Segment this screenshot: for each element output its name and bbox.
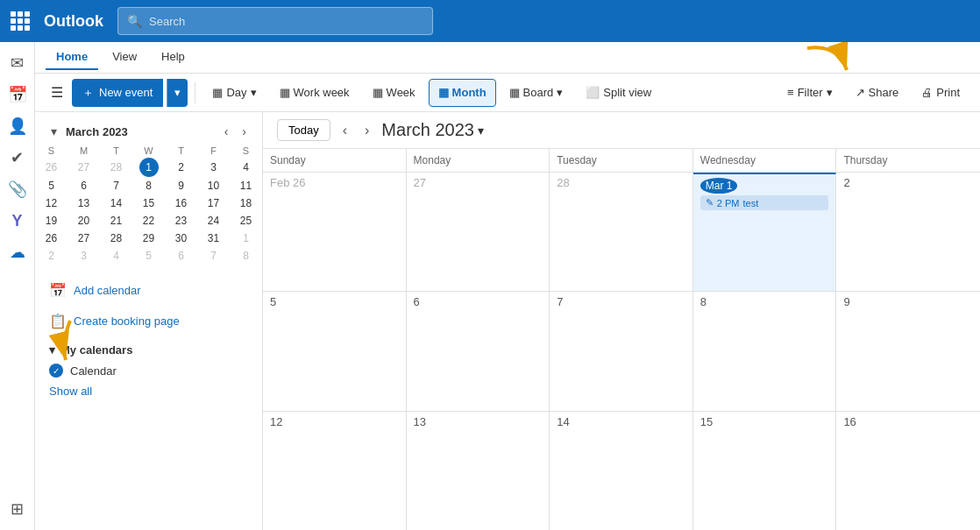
next-month-button[interactable]: › (359, 121, 374, 140)
yammer-icon[interactable]: Y (4, 207, 32, 235)
onedrive-icon[interactable]: ☁ (4, 238, 32, 266)
day-cell-9[interactable]: 9 (836, 292, 980, 410)
day-cell-14[interactable]: 14 (550, 412, 693, 530)
tab-home[interactable]: Home (46, 45, 98, 70)
tasks-icon[interactable]: ✔ (4, 144, 32, 172)
mini-cal-day[interactable]: 4 (230, 158, 262, 177)
filter-button[interactable]: ≡ Filter ▾ (778, 79, 842, 107)
day-cell-16[interactable]: 16 (836, 412, 980, 530)
people-icon[interactable]: 👤 (4, 112, 32, 140)
day-cell-12[interactable]: 12 (263, 412, 407, 530)
day-cell-mar2[interactable]: 2 (836, 173, 980, 291)
mini-cal-day[interactable]: 5 (132, 247, 165, 265)
mini-cal-day[interactable]: 8 (132, 177, 165, 194)
calendar-item[interactable]: ✓ Calendar (35, 360, 262, 381)
day-num: 7 (557, 295, 685, 308)
view-splitview-button[interactable]: ⬜ Split view (576, 79, 661, 107)
toolbar-right: ≡ Filter ▾ (778, 79, 969, 107)
mini-cal-day[interactable]: 24 (197, 212, 230, 230)
tab-help[interactable]: Help (151, 45, 195, 70)
day-cell-8[interactable]: 8 (693, 292, 837, 410)
day-cell-13[interactable]: 13 (407, 412, 550, 530)
mini-cal-day[interactable]: 31 (197, 230, 230, 247)
mini-cal-day[interactable]: 27 (67, 230, 100, 247)
mini-cal-day[interactable]: 7 (100, 177, 132, 194)
mini-cal-day[interactable]: 30 (165, 230, 197, 247)
search-bar[interactable]: 🔍 (117, 7, 433, 35)
mini-cal-day[interactable]: 11 (230, 177, 262, 194)
mini-cal-day[interactable]: 6 (165, 247, 197, 265)
create-booking-action[interactable]: 📋 Create booking page (35, 306, 262, 336)
calendar-icon[interactable]: 📅 (4, 81, 32, 109)
mini-cal-day[interactable]: 28 (100, 230, 132, 247)
mini-cal-day-today[interactable]: 1 (132, 158, 165, 177)
mini-cal-day[interactable]: 26 (35, 230, 67, 247)
day-cell-6[interactable]: 6 (407, 292, 550, 410)
print-button[interactable]: 🖨 Print (912, 79, 969, 107)
view-day-button[interactable]: ▦ Day ▾ (202, 79, 266, 107)
mini-cal-day[interactable]: 21 (100, 212, 132, 230)
mini-cal-day[interactable]: 16 (165, 194, 197, 212)
mini-cal-day[interactable]: 4 (100, 247, 132, 265)
apps-icon[interactable]: ⊞ (4, 495, 32, 523)
mini-cal-day[interactable]: 2 (35, 247, 67, 265)
mini-cal-day[interactable]: 5 (35, 177, 67, 194)
mini-cal-day[interactable]: 22 (132, 212, 165, 230)
mini-cal-day[interactable]: 1 (230, 230, 262, 247)
day-cell-feb28[interactable]: 28 (550, 173, 693, 291)
mini-cal-day[interactable]: 20 (67, 212, 100, 230)
day-num: 5 (270, 295, 399, 308)
mini-cal-day[interactable]: 13 (67, 194, 100, 212)
view-board-button[interactable]: ▦ Board ▾ (500, 79, 573, 107)
mini-cal-day[interactable]: 10 (197, 177, 230, 194)
view-month-button[interactable]: ▦ Month (429, 79, 496, 107)
mini-cal-day[interactable]: 19 (35, 212, 67, 230)
day-cell-15[interactable]: 15 (693, 412, 837, 530)
mini-cal-day[interactable]: 15 (132, 194, 165, 212)
mini-cal-collapse-button[interactable]: ▾ (46, 123, 62, 140)
collapse-icon[interactable]: ▾ (49, 343, 55, 357)
show-all-link[interactable]: Show all (35, 381, 262, 401)
day-cell-feb27[interactable]: 27 (407, 173, 550, 291)
view-week-button[interactable]: ▦ Week (363, 79, 425, 107)
mini-cal-day[interactable]: 17 (197, 194, 230, 212)
prev-month-button[interactable]: ‹ (337, 121, 352, 140)
mini-cal-day[interactable]: 12 (35, 194, 67, 212)
mini-cal-day[interactable]: 2 (165, 158, 197, 177)
view-workweek-button[interactable]: ▦ Work week (270, 79, 359, 107)
search-input[interactable] (149, 15, 423, 28)
today-button[interactable]: Today (277, 119, 330, 141)
mini-cal-day[interactable]: 7 (197, 247, 230, 265)
day-cell-mar1[interactable]: Mar 1 ✎ 2 PM test (693, 173, 837, 291)
new-event-button[interactable]: ＋ New event (72, 79, 163, 107)
day-cell-feb26[interactable]: Feb 26 (263, 173, 407, 291)
hamburger-button[interactable]: ☰ (46, 79, 68, 106)
mini-cal-prev-button[interactable]: ‹ (219, 123, 234, 140)
attach-icon[interactable]: 📎 (4, 175, 32, 203)
mini-cal-day[interactable]: 28 (100, 158, 132, 177)
waffle-icon[interactable] (11, 11, 30, 31)
mini-cal-day[interactable]: 9 (165, 177, 197, 194)
mini-cal-day[interactable]: 18 (230, 194, 262, 212)
day-cell-7[interactable]: 7 (550, 292, 693, 410)
add-calendar-action[interactable]: 📅 Add calendar (35, 275, 262, 306)
mini-cal-day[interactable]: 6 (67, 177, 100, 194)
filter-label: Filter (798, 86, 823, 99)
mini-cal-day[interactable]: 14 (100, 194, 132, 212)
mini-cal-next-button[interactable]: › (237, 123, 252, 140)
day-cell-5[interactable]: 5 (263, 292, 407, 410)
mini-cal-day[interactable]: 26 (35, 158, 67, 177)
tab-view[interactable]: View (102, 45, 147, 70)
mini-cal-day[interactable]: 8 (230, 247, 262, 265)
mini-cal-day[interactable]: 29 (132, 230, 165, 247)
mini-cal-day[interactable]: 25 (230, 212, 262, 230)
mini-cal-day[interactable]: 3 (197, 158, 230, 177)
mini-cal-day[interactable]: 3 (67, 247, 100, 265)
new-event-dropdown-button[interactable]: ▾ (167, 79, 188, 107)
share-button[interactable]: ↗ Share (846, 79, 909, 107)
mini-cal-day[interactable]: 23 (165, 212, 197, 230)
event-chip-test[interactable]: ✎ 2 PM test (700, 195, 829, 210)
mini-cal-day[interactable]: 27 (67, 158, 100, 177)
mail-icon[interactable]: ✉ (4, 49, 32, 77)
month-dropdown-icon[interactable]: ▾ (478, 124, 484, 138)
